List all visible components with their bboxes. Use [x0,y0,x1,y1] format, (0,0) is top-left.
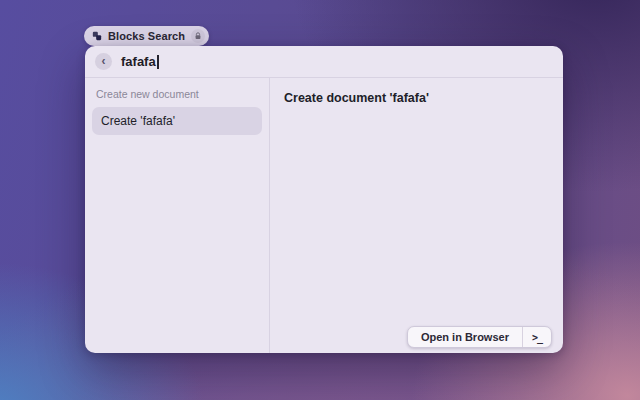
detail-title: Create document 'fafafa' [284,91,549,105]
extension-badge-label: Blocks Search [108,30,185,42]
desktop-wallpaper: Blocks Search ‹ fafafa Create new docume… [0,0,640,400]
open-in-browser-button[interactable]: Open in Browser [408,327,522,347]
footer-action-group: Open in Browser >_ [407,326,552,348]
search-input[interactable]: fafafa [121,54,159,69]
extension-badge[interactable]: Blocks Search [84,26,209,46]
search-input-value: fafafa [121,54,156,69]
list-item-create-fafafa[interactable]: Create 'fafafa' [92,107,262,135]
blocks-app-icon [92,31,102,41]
results-list: Create new document Create 'fafafa' [85,78,270,353]
back-button[interactable]: ‹ [95,53,112,70]
text-cursor [157,55,159,69]
terminal-prompt-icon[interactable]: >_ [523,327,551,347]
detail-panel: Create document 'fafafa' [270,78,563,353]
window-content: Create new document Create 'fafafa' Crea… [85,78,563,353]
results-section-header: Create new document [92,86,262,107]
lock-icon[interactable] [191,29,205,43]
blocks-search-window: ‹ fafafa Create new document Create 'faf… [85,46,563,353]
search-bar: ‹ fafafa [85,46,563,78]
